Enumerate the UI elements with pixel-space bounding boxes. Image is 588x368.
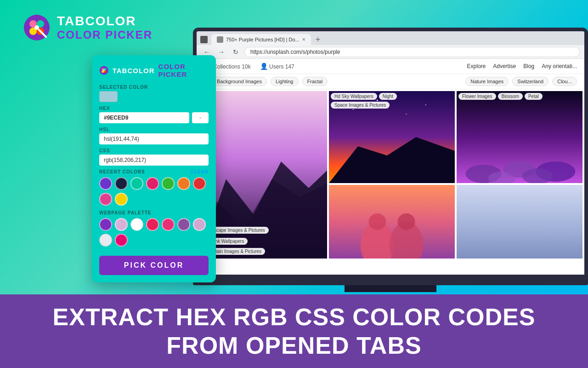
- tab-close-icon[interactable]: ×: [302, 36, 305, 43]
- grid-item-mountain[interactable]: Mountain Images & Pictures Hd Pink Wallp…: [198, 91, 327, 259]
- bottom-banner: EXTRACT HEX RGB CSS COLOR CODES FROM OPE…: [0, 294, 588, 368]
- laptop-stand: [345, 285, 436, 292]
- hsl-field: HSL: [99, 127, 209, 144]
- recent-swatches: [99, 177, 209, 206]
- webpage-palette-label: WEBPAGE PALETTE: [99, 210, 209, 215]
- selected-color-swatch: [99, 91, 118, 102]
- webpage-palette-swatches: [99, 218, 209, 247]
- swatch-teal[interactable]: [130, 177, 143, 190]
- window-control: [200, 36, 208, 43]
- new-tab-button[interactable]: +: [313, 35, 323, 45]
- swatch-yellow[interactable]: [115, 193, 128, 206]
- grid-item-people[interactable]: [329, 185, 455, 259]
- unsplash-filters: Hq Background Images Lighting Fractal Na…: [197, 74, 584, 89]
- hex-input[interactable]: [99, 112, 189, 123]
- browser-chrome: 750+ Purple Pictures [HD] | Do... × + ← …: [197, 31, 584, 59]
- filter-tag-lighting[interactable]: Lighting: [271, 77, 299, 86]
- flowers-image: [457, 91, 582, 183]
- svg-point-14: [406, 114, 407, 115]
- popup-logo-icon: [99, 65, 109, 76]
- bottom-banner-text: EXTRACT HEX RGB CSS COLOR CODES FROM OPE…: [53, 303, 536, 360]
- tag-night[interactable]: Night: [379, 93, 397, 100]
- unsplash-nav: 📁 Collections 10k 👤 Users 147 Explore Ad…: [197, 59, 584, 74]
- clear-button[interactable]: CLEAR: [191, 169, 209, 174]
- forward-button[interactable]: →: [216, 47, 227, 57]
- laptop-screen: 750+ Purple Pictures [HD] | Do... × + ← …: [193, 28, 588, 278]
- swatch-dark-blue[interactable]: [115, 177, 128, 190]
- palette-medium-purple[interactable]: [177, 218, 190, 231]
- swatch-green[interactable]: [162, 177, 175, 190]
- unsplash-content: 📁 Collections 10k 👤 Users 147 Explore Ad…: [197, 59, 584, 275]
- tag-space[interactable]: Space Images & Pictures: [331, 102, 390, 109]
- popup-title-tab: TABCOLOR: [113, 67, 155, 75]
- tag-hd-sky[interactable]: Hd Sky Wallpapers: [331, 93, 377, 100]
- tag-petal[interactable]: Petal: [525, 93, 543, 100]
- grid-item-sky-blue[interactable]: [457, 185, 582, 259]
- palette-light-purple[interactable]: [115, 218, 128, 231]
- url-input[interactable]: https://unsplash.com/s/photos/purple: [244, 47, 580, 57]
- users-count: 👤 Users 147: [260, 63, 294, 70]
- tag-blossom[interactable]: Blossom: [498, 93, 523, 100]
- hex-label: HEX: [99, 106, 209, 111]
- blog-link[interactable]: Blog: [523, 63, 534, 69]
- popup-header: TABCOLOR COLOR PICKER: [99, 63, 209, 78]
- filter-tag-switzerland[interactable]: Switzerland: [512, 77, 548, 86]
- palette-bright-pink[interactable]: [115, 234, 128, 247]
- swatch-hot-pink[interactable]: [146, 177, 159, 190]
- unsplash-image-grid: Mountain Images & Pictures Hd Pink Wallp…: [197, 89, 584, 268]
- logo-text: TABCOLOR COLOR PICKER: [57, 14, 153, 41]
- browser-tab-active[interactable]: 750+ Purple Pictures [HD] | Do... ×: [211, 34, 311, 45]
- explore-link[interactable]: Explore: [467, 63, 486, 69]
- svg-point-26: [398, 213, 415, 230]
- swatch-purple[interactable]: [99, 177, 112, 190]
- svg-point-33: [103, 69, 105, 71]
- swatch-pink[interactable]: [99, 193, 112, 206]
- hex-copy-button[interactable]: -: [192, 112, 209, 123]
- tag-flower[interactable]: Flower Images: [458, 93, 496, 100]
- swatch-red[interactable]: [193, 177, 206, 190]
- selected-color-row: [99, 91, 209, 102]
- palette-magenta[interactable]: [162, 218, 175, 231]
- logo-tabcolor: TABCOLOR: [57, 14, 153, 29]
- logo-icon: [23, 14, 51, 41]
- laptop-bottom: [193, 276, 588, 285]
- unsplash-nav-right: Explore Advertise Blog Any orientati...: [467, 63, 577, 69]
- pick-color-button[interactable]: PICK COLOR: [99, 256, 209, 275]
- selected-color-label: SELECTED COLOR: [99, 85, 209, 90]
- palette-purple[interactable]: [99, 218, 112, 231]
- laptop-mockup: 750+ Purple Pictures [HD] | Do... × + ← …: [193, 14, 588, 285]
- people-image: [329, 185, 455, 259]
- hsl-label: HSL: [99, 127, 209, 132]
- orientation-filter[interactable]: Any orientati...: [542, 63, 577, 69]
- popup-title-color: COLOR PICKER: [158, 63, 209, 78]
- hsl-input[interactable]: [99, 133, 209, 144]
- tab-favicon: [217, 36, 223, 43]
- svg-point-25: [368, 213, 386, 230]
- palette-lavender[interactable]: [193, 218, 206, 231]
- svg-rect-27: [457, 185, 582, 259]
- palette-white[interactable]: [130, 218, 143, 231]
- filter-tag-fractal[interactable]: Fractal: [302, 77, 328, 86]
- grid-item-night-sky[interactable]: Hd Sky Wallpapers Night Space Images & P…: [329, 91, 455, 183]
- grid-item-flowers[interactable]: Flower Images Blossom Petal: [457, 91, 582, 183]
- hex-row: -: [99, 112, 209, 123]
- filter-tag-nature[interactable]: Nature Images: [465, 77, 509, 86]
- recent-colors-header: RECENT COLORS CLEAR: [99, 169, 209, 174]
- palette-light-gray[interactable]: [99, 234, 112, 247]
- selected-color-field: SELECTED COLOR: [99, 85, 209, 102]
- browser-tabs: 750+ Purple Pictures [HD] | Do... × +: [197, 31, 584, 45]
- css-field: CSS: [99, 148, 209, 166]
- svg-point-5: [34, 25, 39, 30]
- palette-red-pink[interactable]: [146, 218, 159, 231]
- sky-blue-image: [457, 185, 582, 259]
- filter-tag-clou[interactable]: Clou...: [552, 77, 577, 86]
- logo-colorpicker: COLOR PICKER: [57, 29, 153, 41]
- advertise-link[interactable]: Advertise: [493, 63, 516, 69]
- swatch-orange[interactable]: [177, 177, 190, 190]
- css-input[interactable]: [99, 155, 209, 166]
- css-label: CSS: [99, 148, 209, 153]
- recent-label: RECENT COLORS: [99, 169, 145, 174]
- refresh-button[interactable]: ↻: [231, 47, 241, 57]
- header: TABCOLOR COLOR PICKER: [23, 14, 153, 41]
- svg-point-12: [353, 109, 354, 110]
